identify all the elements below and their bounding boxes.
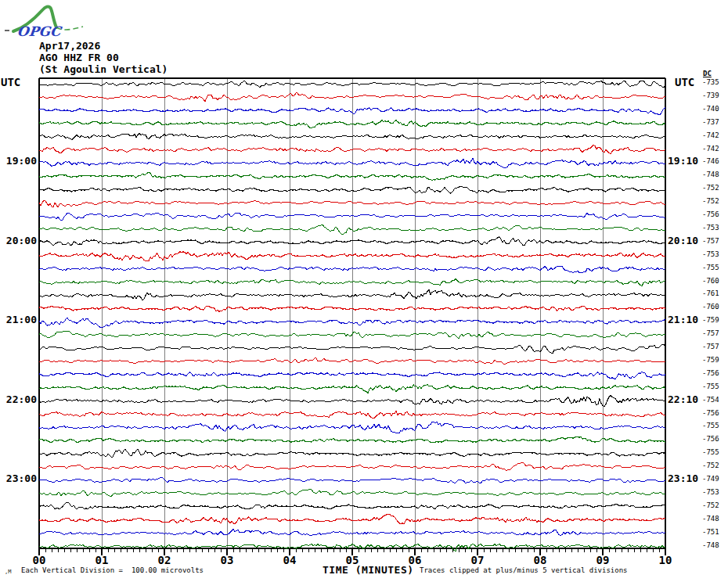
dc-offset-value: -748 bbox=[702, 171, 719, 178]
dc-offset-value: -755 bbox=[702, 448, 719, 456]
dc-offset-value: -755 bbox=[702, 422, 719, 429]
left-hour-label: 23:00 bbox=[0, 473, 37, 484]
x-axis-tick-label: 04 bbox=[276, 554, 303, 566]
dc-offset-value: -755 bbox=[702, 264, 719, 271]
footer-scale-note: Each Vertical Division = 100.00 microvol… bbox=[21, 566, 204, 574]
dc-offset-value: -735 bbox=[702, 78, 719, 86]
right-hour-label: 19:10 bbox=[668, 156, 698, 167]
seismogram-plot bbox=[0, 0, 728, 582]
dc-offset-value: -757 bbox=[702, 237, 719, 245]
dc-offset-value: -756 bbox=[702, 369, 719, 377]
dc-offset-value: -748 bbox=[702, 541, 719, 549]
dc-offset-value: -737 bbox=[702, 118, 719, 126]
dc-offset-value: -754 bbox=[702, 396, 719, 404]
right-hour-label: 21:10 bbox=[668, 314, 698, 325]
dc-offset-value: -759 bbox=[702, 356, 719, 364]
dc-offset-value: -759 bbox=[702, 316, 719, 324]
dc-offset-value: -753 bbox=[702, 224, 719, 232]
x-axis-tick-label: 07 bbox=[464, 554, 491, 566]
dc-offset-value: -756 bbox=[702, 409, 719, 417]
left-hour-label: 20:00 bbox=[0, 235, 37, 246]
dc-offset-value: -751 bbox=[702, 528, 719, 536]
x-axis-tick-label: 03 bbox=[214, 554, 240, 566]
dc-offset-value: -742 bbox=[702, 131, 719, 139]
x-axis-tick-label: 08 bbox=[527, 554, 553, 566]
helicorder-page: OPGC Apr17,2026 AGO HHZ FR 00 (St Agouli… bbox=[0, 0, 728, 582]
x-axis-tick-label: 09 bbox=[589, 554, 616, 566]
dc-offset-value: -760 bbox=[702, 277, 719, 285]
dc-offset-value: -756 bbox=[702, 210, 719, 218]
dc-offset-value: -752 bbox=[702, 197, 719, 205]
x-axis-tick-label: 02 bbox=[151, 554, 178, 566]
dc-offset-value: -760 bbox=[702, 303, 719, 311]
footer-logo-mark: ,M bbox=[5, 569, 11, 575]
right-hour-label: 20:10 bbox=[668, 235, 698, 246]
x-axis-tick-label: 00 bbox=[26, 554, 52, 566]
dc-offset-value: -753 bbox=[702, 250, 719, 258]
dc-offset-value: -761 bbox=[702, 289, 719, 297]
left-hour-label: 22:00 bbox=[0, 394, 37, 405]
dc-offset-value: -749 bbox=[702, 475, 719, 483]
right-hour-label: 23:10 bbox=[668, 473, 698, 484]
left-hour-label: 21:00 bbox=[0, 314, 37, 325]
x-axis-tick-label: 01 bbox=[88, 554, 115, 566]
dc-offset-value: -739 bbox=[702, 92, 719, 99]
x-axis-tick-label: 10 bbox=[652, 554, 679, 566]
dc-offset-value: -740 bbox=[702, 105, 719, 113]
dc-offset-value: -746 bbox=[702, 157, 719, 165]
left-hour-label: 19:00 bbox=[0, 156, 37, 167]
dc-offset-value: -752 bbox=[702, 462, 719, 469]
dc-offset-value: -742 bbox=[702, 145, 719, 153]
dc-offset-value: -757 bbox=[702, 343, 719, 350]
x-axis-title: TIME (MINUTES) bbox=[323, 564, 414, 576]
footer-clip-note: Traces clipped at plus/minus 5 vertical … bbox=[420, 566, 628, 574]
dc-offset-value: -757 bbox=[702, 329, 719, 337]
right-hour-label: 22:10 bbox=[668, 394, 698, 405]
dc-offset-value: -752 bbox=[702, 501, 719, 509]
dc-offset-value: -748 bbox=[702, 515, 719, 523]
dc-offset-value: -752 bbox=[702, 184, 719, 192]
dc-offset-value: -755 bbox=[702, 383, 719, 390]
dc-offset-value: -756 bbox=[702, 435, 719, 443]
dc-offset-value: -753 bbox=[702, 488, 719, 496]
